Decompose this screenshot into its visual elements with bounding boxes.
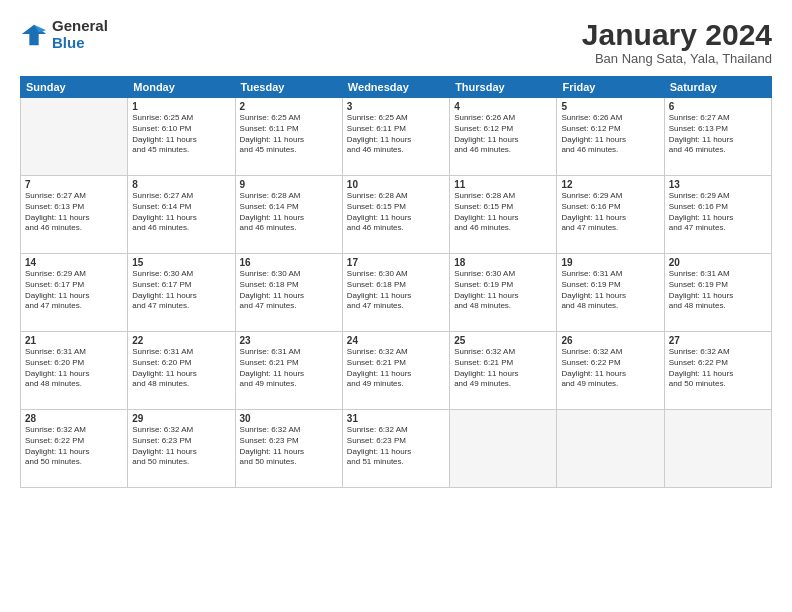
svg-marker-0 xyxy=(22,24,46,45)
header-row: Sunday Monday Tuesday Wednesday Thursday… xyxy=(21,77,772,98)
day-info: Sunrise: 6:30 AM Sunset: 6:19 PM Dayligh… xyxy=(454,269,552,312)
day-info: Sunrise: 6:25 AM Sunset: 6:11 PM Dayligh… xyxy=(240,113,338,156)
day-info: Sunrise: 6:27 AM Sunset: 6:13 PM Dayligh… xyxy=(669,113,767,156)
calendar-cell: 5Sunrise: 6:26 AM Sunset: 6:12 PM Daylig… xyxy=(557,98,664,176)
day-info: Sunrise: 6:28 AM Sunset: 6:15 PM Dayligh… xyxy=(454,191,552,234)
day-number: 10 xyxy=(347,179,445,190)
day-number: 12 xyxy=(561,179,659,190)
day-info: Sunrise: 6:30 AM Sunset: 6:18 PM Dayligh… xyxy=(347,269,445,312)
col-saturday: Saturday xyxy=(664,77,771,98)
calendar-cell: 25Sunrise: 6:32 AM Sunset: 6:21 PM Dayli… xyxy=(450,332,557,410)
day-number: 13 xyxy=(669,179,767,190)
calendar-cell: 11Sunrise: 6:28 AM Sunset: 6:15 PM Dayli… xyxy=(450,176,557,254)
day-info: Sunrise: 6:31 AM Sunset: 6:19 PM Dayligh… xyxy=(561,269,659,312)
day-number: 2 xyxy=(240,101,338,112)
calendar-cell: 14Sunrise: 6:29 AM Sunset: 6:17 PM Dayli… xyxy=(21,254,128,332)
day-info: Sunrise: 6:32 AM Sunset: 6:22 PM Dayligh… xyxy=(669,347,767,390)
day-number: 19 xyxy=(561,257,659,268)
day-number: 6 xyxy=(669,101,767,112)
day-number: 21 xyxy=(25,335,123,346)
day-number: 29 xyxy=(132,413,230,424)
day-number: 14 xyxy=(25,257,123,268)
day-number: 3 xyxy=(347,101,445,112)
day-number: 17 xyxy=(347,257,445,268)
calendar-cell: 28Sunrise: 6:32 AM Sunset: 6:22 PM Dayli… xyxy=(21,410,128,488)
day-info: Sunrise: 6:30 AM Sunset: 6:18 PM Dayligh… xyxy=(240,269,338,312)
calendar-week-2: 7Sunrise: 6:27 AM Sunset: 6:13 PM Daylig… xyxy=(21,176,772,254)
day-number: 22 xyxy=(132,335,230,346)
calendar-body: 1Sunrise: 6:25 AM Sunset: 6:10 PM Daylig… xyxy=(21,98,772,488)
calendar-cell: 24Sunrise: 6:32 AM Sunset: 6:21 PM Dayli… xyxy=(342,332,449,410)
day-info: Sunrise: 6:32 AM Sunset: 6:22 PM Dayligh… xyxy=(561,347,659,390)
col-friday: Friday xyxy=(557,77,664,98)
day-info: Sunrise: 6:31 AM Sunset: 6:21 PM Dayligh… xyxy=(240,347,338,390)
calendar-cell: 22Sunrise: 6:31 AM Sunset: 6:20 PM Dayli… xyxy=(128,332,235,410)
day-info: Sunrise: 6:28 AM Sunset: 6:14 PM Dayligh… xyxy=(240,191,338,234)
day-info: Sunrise: 6:31 AM Sunset: 6:19 PM Dayligh… xyxy=(669,269,767,312)
calendar-cell: 19Sunrise: 6:31 AM Sunset: 6:19 PM Dayli… xyxy=(557,254,664,332)
day-number: 1 xyxy=(132,101,230,112)
calendar-week-5: 28Sunrise: 6:32 AM Sunset: 6:22 PM Dayli… xyxy=(21,410,772,488)
calendar-cell: 18Sunrise: 6:30 AM Sunset: 6:19 PM Dayli… xyxy=(450,254,557,332)
day-info: Sunrise: 6:32 AM Sunset: 6:23 PM Dayligh… xyxy=(240,425,338,468)
day-info: Sunrise: 6:31 AM Sunset: 6:20 PM Dayligh… xyxy=(132,347,230,390)
logo-bird-icon xyxy=(20,21,48,49)
calendar-cell: 21Sunrise: 6:31 AM Sunset: 6:20 PM Dayli… xyxy=(21,332,128,410)
day-info: Sunrise: 6:32 AM Sunset: 6:21 PM Dayligh… xyxy=(454,347,552,390)
calendar-week-4: 21Sunrise: 6:31 AM Sunset: 6:20 PM Dayli… xyxy=(21,332,772,410)
calendar-table: Sunday Monday Tuesday Wednesday Thursday… xyxy=(20,76,772,488)
calendar-cell: 17Sunrise: 6:30 AM Sunset: 6:18 PM Dayli… xyxy=(342,254,449,332)
day-number: 24 xyxy=(347,335,445,346)
day-info: Sunrise: 6:29 AM Sunset: 6:16 PM Dayligh… xyxy=(669,191,767,234)
logo-blue: Blue xyxy=(52,35,108,52)
logo-text: General Blue xyxy=(52,18,108,51)
day-info: Sunrise: 6:32 AM Sunset: 6:23 PM Dayligh… xyxy=(347,425,445,468)
calendar-cell xyxy=(21,98,128,176)
day-info: Sunrise: 6:25 AM Sunset: 6:11 PM Dayligh… xyxy=(347,113,445,156)
calendar-cell: 20Sunrise: 6:31 AM Sunset: 6:19 PM Dayli… xyxy=(664,254,771,332)
calendar-cell: 2Sunrise: 6:25 AM Sunset: 6:11 PM Daylig… xyxy=(235,98,342,176)
logo-general: General xyxy=(52,18,108,35)
col-sunday: Sunday xyxy=(21,77,128,98)
col-thursday: Thursday xyxy=(450,77,557,98)
day-info: Sunrise: 6:31 AM Sunset: 6:20 PM Dayligh… xyxy=(25,347,123,390)
calendar-cell: 10Sunrise: 6:28 AM Sunset: 6:15 PM Dayli… xyxy=(342,176,449,254)
day-info: Sunrise: 6:27 AM Sunset: 6:13 PM Dayligh… xyxy=(25,191,123,234)
day-number: 20 xyxy=(669,257,767,268)
calendar-cell: 31Sunrise: 6:32 AM Sunset: 6:23 PM Dayli… xyxy=(342,410,449,488)
day-info: Sunrise: 6:28 AM Sunset: 6:15 PM Dayligh… xyxy=(347,191,445,234)
day-info: Sunrise: 6:29 AM Sunset: 6:17 PM Dayligh… xyxy=(25,269,123,312)
calendar-cell: 30Sunrise: 6:32 AM Sunset: 6:23 PM Dayli… xyxy=(235,410,342,488)
calendar-cell: 15Sunrise: 6:30 AM Sunset: 6:17 PM Dayli… xyxy=(128,254,235,332)
calendar-week-3: 14Sunrise: 6:29 AM Sunset: 6:17 PM Dayli… xyxy=(21,254,772,332)
day-number: 9 xyxy=(240,179,338,190)
day-number: 25 xyxy=(454,335,552,346)
page-header: General Blue January 2024 Ban Nang Sata,… xyxy=(20,18,772,66)
calendar-week-1: 1Sunrise: 6:25 AM Sunset: 6:10 PM Daylig… xyxy=(21,98,772,176)
day-number: 4 xyxy=(454,101,552,112)
title-area: January 2024 Ban Nang Sata, Yala, Thaila… xyxy=(582,18,772,66)
day-number: 23 xyxy=(240,335,338,346)
day-info: Sunrise: 6:32 AM Sunset: 6:23 PM Dayligh… xyxy=(132,425,230,468)
calendar-cell: 4Sunrise: 6:26 AM Sunset: 6:12 PM Daylig… xyxy=(450,98,557,176)
day-number: 26 xyxy=(561,335,659,346)
calendar-cell: 1Sunrise: 6:25 AM Sunset: 6:10 PM Daylig… xyxy=(128,98,235,176)
calendar-cell xyxy=(557,410,664,488)
day-info: Sunrise: 6:32 AM Sunset: 6:21 PM Dayligh… xyxy=(347,347,445,390)
day-number: 28 xyxy=(25,413,123,424)
calendar-cell: 23Sunrise: 6:31 AM Sunset: 6:21 PM Dayli… xyxy=(235,332,342,410)
calendar-cell: 29Sunrise: 6:32 AM Sunset: 6:23 PM Dayli… xyxy=(128,410,235,488)
day-info: Sunrise: 6:26 AM Sunset: 6:12 PM Dayligh… xyxy=(454,113,552,156)
day-number: 15 xyxy=(132,257,230,268)
day-number: 5 xyxy=(561,101,659,112)
day-info: Sunrise: 6:32 AM Sunset: 6:22 PM Dayligh… xyxy=(25,425,123,468)
calendar-title: January 2024 xyxy=(582,18,772,51)
day-number: 7 xyxy=(25,179,123,190)
day-number: 11 xyxy=(454,179,552,190)
calendar-cell: 8Sunrise: 6:27 AM Sunset: 6:14 PM Daylig… xyxy=(128,176,235,254)
day-info: Sunrise: 6:30 AM Sunset: 6:17 PM Dayligh… xyxy=(132,269,230,312)
col-tuesday: Tuesday xyxy=(235,77,342,98)
calendar-subtitle: Ban Nang Sata, Yala, Thailand xyxy=(582,51,772,66)
day-info: Sunrise: 6:29 AM Sunset: 6:16 PM Dayligh… xyxy=(561,191,659,234)
day-info: Sunrise: 6:26 AM Sunset: 6:12 PM Dayligh… xyxy=(561,113,659,156)
